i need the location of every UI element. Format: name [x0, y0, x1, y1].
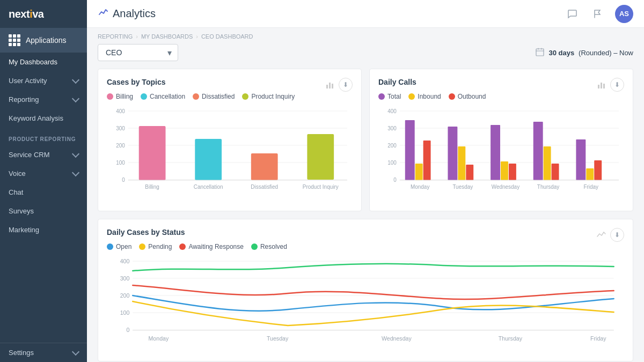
svg-rect-1 [326, 85, 328, 88]
applications-label: Applications [26, 36, 67, 45]
dashboard-header: CEO ▾ 30 days (Rounded) – Now [98, 44, 633, 61]
svg-text:Wednesday: Wednesday [492, 184, 519, 190]
sidebar-item-settings[interactable]: Settings [0, 343, 87, 362]
svg-rect-2 [329, 83, 331, 88]
download-button-2[interactable]: ⬇ [610, 78, 624, 92]
daily-cases-legend: Open Pending Awaiting Response Resolved [107, 243, 624, 250]
svg-text:300: 300 [116, 125, 125, 131]
svg-rect-24 [601, 83, 602, 88]
main-content: Analytics AS REPORTING › MY DASHBOARDS ›… [87, 0, 644, 362]
svg-rect-23 [598, 85, 599, 88]
svg-rect-36 [405, 120, 415, 180]
flag-icon-btn[interactable] [589, 5, 606, 23]
chevron-down-icon [72, 95, 79, 102]
analytics-icon [98, 7, 108, 20]
svg-rect-14 [139, 126, 166, 180]
svg-text:100: 100 [387, 160, 397, 166]
applications-menu[interactable]: Applications [0, 28, 87, 53]
topbar: Analytics AS [87, 0, 644, 28]
cases-by-topics-card: Cases by Topics ⬇ Billing Cancellation D… [98, 69, 362, 211]
download-button[interactable]: ⬇ [339, 78, 353, 92]
svg-text:Tuesday: Tuesday [267, 335, 289, 342]
svg-text:0: 0 [122, 177, 125, 183]
sidebar-item-reporting[interactable]: Reporting [0, 90, 87, 109]
daily-calls-card: Daily Calls ⬇ Total Inbound Outbound [369, 69, 633, 211]
svg-rect-46 [544, 146, 551, 180]
svg-rect-49 [586, 168, 594, 180]
daily-cases-card: Daily Cases by Status ⬇ Open Pending Awa… [98, 219, 633, 361]
svg-rect-47 [552, 164, 559, 180]
svg-text:200: 200 [387, 143, 397, 149]
svg-text:Cancellation: Cancellation [194, 184, 223, 190]
svg-text:100: 100 [116, 160, 125, 166]
breadcrumb: REPORTING › MY DASHBOARDS › CEO DASHBOAR… [98, 28, 633, 44]
sidebar-item-surveys[interactable]: Surveys [0, 202, 87, 220]
svg-text:Wednesday: Wednesday [382, 335, 412, 342]
svg-text:300: 300 [387, 125, 397, 131]
svg-rect-15 [195, 139, 222, 180]
svg-rect-17 [307, 134, 334, 180]
cases-by-topics-title: Cases by Topics [107, 78, 165, 86]
charts-top-row: Cases by Topics ⬇ Billing Cancellation D… [98, 69, 633, 211]
svg-text:300: 300 [120, 275, 130, 282]
svg-rect-37 [415, 164, 423, 180]
page-title: Analytics [98, 7, 156, 20]
svg-text:Product Inquiry: Product Inquiry [303, 184, 339, 190]
svg-text:400: 400 [387, 108, 397, 114]
svg-rect-45 [533, 122, 543, 180]
svg-text:Tuesday: Tuesday [452, 184, 473, 190]
svg-rect-39 [448, 127, 457, 180]
calendar-icon [536, 48, 544, 58]
chat-icon-btn[interactable] [564, 5, 581, 23]
dashboard-select[interactable]: CEO [98, 44, 178, 61]
sidebar: nextiva Applications My Dashboards User … [0, 0, 87, 362]
sidebar-item-keyword-analysis[interactable]: Keyword Analysis [0, 109, 87, 128]
svg-rect-41 [466, 165, 473, 180]
cases-legend: Billing Cancellation Dissatisfied Produc… [107, 93, 353, 100]
svg-text:Thursday: Thursday [499, 335, 523, 342]
chevron-down-icon [72, 348, 79, 356]
svg-text:0: 0 [127, 327, 130, 333]
sidebar-bottom: Settings [0, 343, 87, 362]
product-reporting-section: PRODUCT REPORTING [0, 128, 87, 145]
svg-text:Friday: Friday [583, 184, 598, 190]
svg-text:Monday: Monday [149, 335, 169, 342]
daily-cases-title: Daily Cases by Status [107, 228, 185, 237]
download-button-3[interactable]: ⬇ [610, 228, 624, 242]
sidebar-item-voice[interactable]: Voice [0, 164, 87, 183]
bar-chart-icon [326, 80, 334, 89]
sidebar-item-user-activity[interactable]: User Activity [0, 71, 87, 90]
svg-rect-25 [603, 84, 605, 88]
daily-cases-chart: 400 300 200 100 0 Monday [107, 256, 624, 352]
topbar-actions: AS [564, 5, 633, 23]
svg-text:100: 100 [120, 309, 130, 316]
svg-rect-43 [501, 161, 508, 180]
user-avatar[interactable]: AS [615, 5, 633, 23]
chevron-down-icon [72, 150, 79, 158]
sidebar-logo: nextiva [0, 0, 87, 28]
sidebar-item-chat[interactable]: Chat [0, 183, 87, 202]
dashboard-select-wrapper: CEO ▾ [98, 44, 178, 61]
svg-text:Thursday: Thursday [537, 184, 559, 190]
svg-text:Friday: Friday [590, 335, 606, 342]
svg-text:200: 200 [116, 143, 125, 149]
line-chart-icon [596, 230, 606, 240]
chevron-down-icon [72, 76, 79, 84]
daily-calls-chart: 400 300 200 100 0 [378, 106, 624, 202]
svg-text:Monday: Monday [411, 184, 429, 190]
sidebar-item-service-crm[interactable]: Service CRM [0, 145, 87, 164]
chevron-down-icon [72, 169, 79, 176]
content-area: REPORTING › MY DASHBOARDS › CEO DASHBOAR… [87, 28, 644, 362]
cases-bar-chart: 400 300 200 100 0 [107, 106, 353, 202]
sidebar-item-marketing[interactable]: Marketing [0, 220, 87, 239]
svg-rect-16 [251, 153, 278, 180]
svg-text:Billing: Billing [145, 184, 159, 190]
calls-legend: Total Inbound Outbound [378, 93, 624, 100]
svg-rect-44 [509, 164, 516, 180]
sidebar-item-my-dashboards[interactable]: My Dashboards [0, 53, 87, 71]
svg-text:Dissatisfied: Dissatisfied [251, 184, 278, 190]
svg-rect-48 [576, 139, 586, 180]
svg-text:400: 400 [116, 108, 125, 114]
svg-rect-42 [491, 125, 500, 180]
svg-rect-40 [458, 146, 465, 180]
